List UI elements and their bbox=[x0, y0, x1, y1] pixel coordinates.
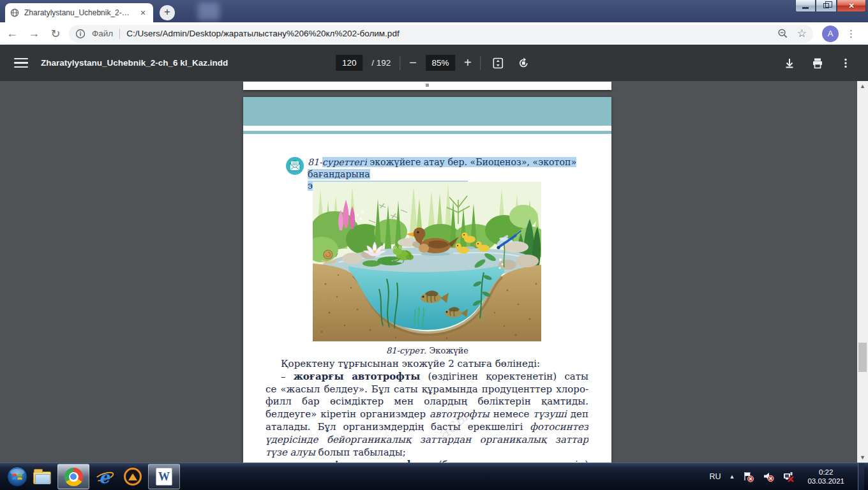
browser-tab[interactable]: Zharatylystanu_Uchebnik_2-ch_6 ✕ bbox=[5, 3, 153, 22]
aimp-icon bbox=[124, 468, 142, 486]
language-indicator[interactable]: RU bbox=[709, 472, 721, 481]
forward-button[interactable]: → bbox=[24, 24, 43, 43]
network-disconnected-icon[interactable] bbox=[782, 471, 794, 482]
zoom-out-page-icon[interactable] bbox=[777, 28, 788, 39]
window-close-button[interactable]: ✕ bbox=[837, 0, 866, 12]
figure-caption: 81-сурет. Экожүйе bbox=[243, 346, 611, 355]
body-line: белдеуге» кіретін организмдер автотрофты… bbox=[266, 408, 588, 421]
zoom-level-input[interactable]: 85% bbox=[426, 55, 455, 71]
start-button[interactable] bbox=[6, 466, 28, 487]
action-center-flag-icon[interactable] bbox=[743, 471, 754, 482]
zoom-out-button[interactable]: − bbox=[409, 56, 417, 70]
toolbar-divider bbox=[400, 56, 400, 70]
tab-title: Zharatylystanu_Uchebnik_2-ch_6 bbox=[24, 8, 133, 17]
teal-rule bbox=[243, 131, 611, 134]
body-line: – жоғарғы автотрофты (өздігінен қоректен… bbox=[266, 371, 588, 383]
tab-close-icon[interactable]: ✕ bbox=[138, 8, 148, 18]
back-button[interactable]: ← bbox=[3, 24, 22, 43]
taskbar-explorer-button[interactable] bbox=[28, 464, 56, 489]
body-line: үдерісінде бейорганикалық заттардан орга… bbox=[266, 434, 588, 447]
new-tab-button[interactable]: + bbox=[160, 5, 175, 20]
browser-toolbar: ← → ↻ Файл C:/Users/Admin/Desktop/жараты… bbox=[0, 22, 868, 45]
pdf-menu-icon[interactable] bbox=[14, 58, 28, 68]
vertical-scrollbar[interactable]: ▲ ▼ bbox=[857, 81, 868, 463]
taskbar-clock[interactable]: 0:22 03.03.2021 bbox=[802, 468, 849, 486]
page-info-icon[interactable] bbox=[75, 28, 87, 40]
hidden-icons-arrow[interactable]: ▲ bbox=[730, 473, 735, 480]
scroll-down-icon[interactable]: ▼ bbox=[857, 452, 868, 463]
bookmark-star-icon[interactable]: ☆ bbox=[797, 27, 807, 40]
address-bar[interactable]: Файл C:/Users/Admin/Desktop/жаратылыстан… bbox=[69, 25, 813, 43]
body-line: аталады. Бұл организмдердің басты ерекше… bbox=[266, 421, 588, 434]
body-line: Қоректену тұрғысынан экожүйе 2 сатыға бө… bbox=[266, 358, 588, 371]
body-line: түзе алуы болып табылады; bbox=[266, 447, 588, 459]
chapter-banner bbox=[243, 97, 611, 126]
pond-ecosystem-illustration bbox=[313, 182, 541, 341]
profile-avatar[interactable]: A bbox=[822, 26, 839, 42]
download-button[interactable] bbox=[781, 55, 798, 71]
pdf-page: 81-суреттегі экожүйеге атау бер. «Биоцен… bbox=[243, 97, 611, 490]
rotate-button[interactable] bbox=[516, 55, 532, 71]
scroll-up-icon[interactable]: ▲ bbox=[857, 81, 868, 91]
more-options-icon[interactable] bbox=[837, 55, 854, 71]
envelope-task-icon bbox=[285, 156, 304, 175]
show-desktop-button[interactable] bbox=[858, 463, 864, 490]
window-controls: ✕ bbox=[795, 0, 866, 12]
body-line: филл бар өсімдіктер мен олардың бөліктер… bbox=[266, 396, 588, 408]
clock-time: 0:22 bbox=[807, 468, 844, 477]
windows-taskbar: e W RU ▲ bbox=[0, 463, 868, 490]
taskbar-chrome-button[interactable] bbox=[57, 464, 89, 489]
window-restore-button[interactable] bbox=[816, 0, 837, 12]
system-tray: RU ▲ bbox=[709, 463, 868, 490]
pdf-toolbar: Zharatylystanu_Uchebnik_2-ch_6 kl_Kaz.in… bbox=[0, 45, 868, 81]
zoom-in-button[interactable]: + bbox=[464, 56, 472, 70]
body-line: се «жасыл белдеу». Бұл саты құрамында пр… bbox=[266, 383, 588, 396]
volume-muted-icon[interactable] bbox=[763, 471, 774, 482]
url-scheme-label: Файл bbox=[92, 29, 113, 38]
chrome-icon bbox=[64, 468, 83, 486]
internet-explorer-icon: e bbox=[95, 467, 114, 486]
page-total-label: / 192 bbox=[371, 58, 391, 68]
url-text[interactable]: C:/Users/Admin/Desktop/жаратылыстану%206… bbox=[126, 29, 777, 38]
browser-titlebar: Zharatylystanu_Uchebnik_2-ch_6 ✕ + ✕ bbox=[0, 0, 868, 22]
screen: Zharatylystanu_Uchebnik_2-ch_6 ✕ + ✕ ← →… bbox=[0, 0, 868, 490]
body-text: Қоректену тұрғысынан экожүйе 2 сатыға бө… bbox=[266, 358, 588, 471]
previous-page-bottom bbox=[243, 82, 611, 90]
word-icon: W bbox=[156, 468, 172, 486]
instruction-line: 81-суреттегі экожүйеге атау бер. «Биоцен… bbox=[308, 156, 605, 180]
page-number-input[interactable]: 120 bbox=[336, 55, 363, 71]
taskbar-aimp-button[interactable] bbox=[119, 464, 147, 489]
folder-icon bbox=[33, 471, 51, 484]
print-button[interactable] bbox=[809, 55, 826, 71]
taskbar-word-button[interactable]: W bbox=[148, 464, 180, 489]
aero-glass-reflection bbox=[198, 3, 220, 20]
toolbar-divider bbox=[481, 56, 481, 70]
reload-button[interactable]: ↻ bbox=[46, 24, 65, 43]
pdf-document-title: Zharatylystanu_Uchebnik_2-ch_6 kl_Kaz.in… bbox=[41, 58, 228, 68]
taskbar-ie-button[interactable]: e bbox=[91, 464, 119, 489]
globe-favicon-icon bbox=[10, 8, 19, 17]
pdf-viewport[interactable]: 81-суреттегі экожүйеге атау бер. «Биоцен… bbox=[0, 81, 868, 463]
window-minimize-button[interactable] bbox=[795, 0, 816, 12]
fit-to-page-button[interactable] bbox=[490, 55, 507, 71]
browser-menu-icon[interactable]: ⋮ bbox=[846, 28, 856, 40]
url-separator bbox=[119, 29, 120, 39]
clock-date: 03.03.2021 bbox=[807, 477, 844, 486]
scrollbar-thumb[interactable] bbox=[858, 343, 867, 372]
